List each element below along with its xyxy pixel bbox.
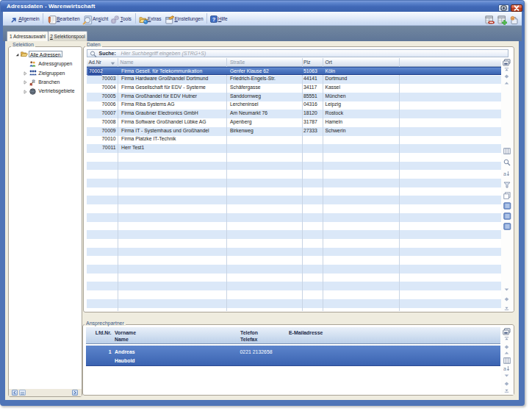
svg-text:a: a bbox=[503, 365, 506, 371]
svg-text:?: ? bbox=[212, 16, 216, 23]
svg-text:a: a bbox=[503, 171, 506, 176]
